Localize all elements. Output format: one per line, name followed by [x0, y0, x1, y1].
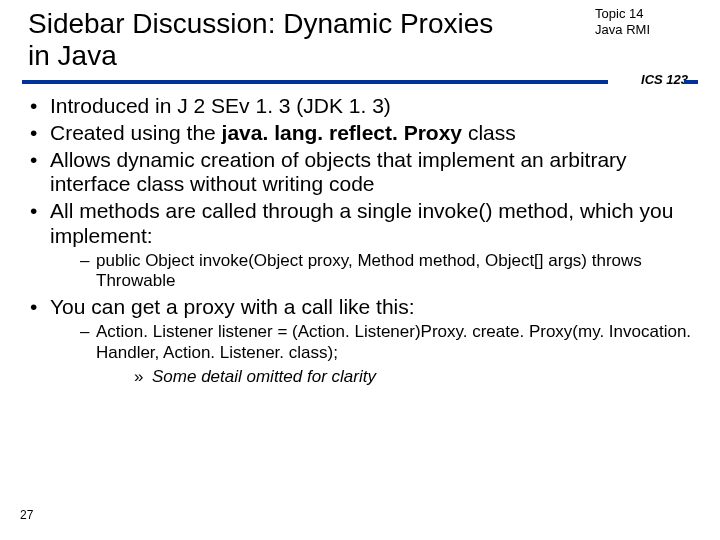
slide: Sidebar Discussion: Dynamic Proxies in J…: [0, 0, 720, 540]
bullet-5: You can get a proxy with a call like thi…: [30, 295, 696, 387]
bullet-5-subsub: Some detail omitted for clarity: [96, 367, 696, 387]
bullet-5-sub-1-text: Action. Listener listener = (Action. Lis…: [96, 322, 691, 361]
bullet-4-sub: public Object invoke(Object proxy, Metho…: [50, 251, 696, 292]
header: Sidebar Discussion: Dynamic Proxies in J…: [0, 0, 720, 72]
topic-line-2: Java RMI: [595, 22, 650, 38]
bullet-2: Created using the java. lang. reflect. P…: [30, 121, 696, 146]
topic-line-1: Topic 14: [595, 6, 650, 22]
topic-block: Topic 14 Java RMI: [595, 6, 650, 39]
divider-end: [684, 80, 698, 84]
divider: [22, 80, 698, 84]
bullet-3: Allows dynamic creation of objects that …: [30, 148, 696, 198]
bullet-4: All methods are called through a single …: [30, 199, 696, 291]
divider-main: [22, 80, 608, 84]
page-number: 27: [20, 508, 33, 522]
slide-title: Sidebar Discussion: Dynamic Proxies in J…: [28, 8, 508, 72]
bullet-5-sub: Action. Listener listener = (Action. Lis…: [50, 322, 696, 387]
bullet-1: Introduced in J 2 SEv 1. 3 (JDK 1. 3): [30, 94, 696, 119]
bullet-4-sub-1: public Object invoke(Object proxy, Metho…: [80, 251, 696, 292]
bullet-4-text: All methods are called through a single …: [50, 199, 673, 247]
bullet-list: Introduced in J 2 SEv 1. 3 (JDK 1. 3) Cr…: [30, 94, 696, 387]
bullet-2-bold: java. lang. reflect. Proxy: [222, 121, 462, 144]
bullet-5-sub-1: Action. Listener listener = (Action. Lis…: [80, 322, 696, 387]
bullet-2-pre: Created using the: [50, 121, 222, 144]
bullet-2-post: class: [462, 121, 516, 144]
body: Introduced in J 2 SEv 1. 3 (JDK 1. 3) Cr…: [30, 94, 696, 391]
bullet-5-subsub-1: Some detail omitted for clarity: [134, 367, 696, 387]
bullet-5-text: You can get a proxy with a call like thi…: [50, 295, 415, 318]
